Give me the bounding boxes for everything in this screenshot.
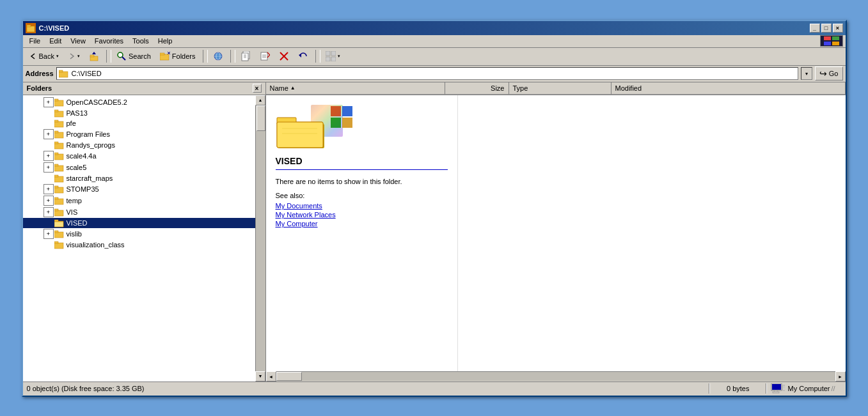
tree-item-opencascade[interactable]: + OpenCASCADE5.2 bbox=[23, 96, 255, 108]
expander-vis[interactable]: + bbox=[43, 207, 54, 217]
svg-rect-60 bbox=[54, 209, 58, 211]
tree-item-scale4[interactable]: + scale4.4a bbox=[23, 150, 255, 162]
separator-2 bbox=[203, 50, 203, 63]
tree-item-stomp35[interactable]: + STOMP35 bbox=[23, 183, 255, 195]
col-modified-button[interactable]: Modified bbox=[612, 82, 846, 95]
svg-rect-48 bbox=[54, 142, 58, 144]
svg-rect-8 bbox=[90, 55, 94, 57]
svg-rect-52 bbox=[54, 164, 58, 166]
minimize-button[interactable]: _ bbox=[810, 24, 820, 33]
address-bar: Address ▾ ↪ Go bbox=[23, 66, 846, 82]
svg-rect-40 bbox=[54, 99, 58, 101]
copy-button[interactable] bbox=[237, 49, 255, 63]
tree-label-randys: Randys_cprogs bbox=[67, 141, 118, 149]
tree-item-visualization[interactable]: visualization_class bbox=[23, 240, 255, 250]
scroll-h-thumb[interactable] bbox=[276, 372, 302, 381]
link-my-computer[interactable]: My Computer bbox=[276, 220, 448, 227]
svg-rect-37 bbox=[59, 72, 68, 77]
tree-item-pas13[interactable]: PAS13 bbox=[23, 108, 255, 118]
tree-item-vislib[interactable]: + vislib bbox=[23, 228, 255, 240]
menu-edit[interactable]: Edit bbox=[45, 36, 65, 46]
search-button[interactable]: Search bbox=[113, 49, 155, 63]
folders-close-button[interactable]: × bbox=[253, 84, 262, 93]
scroll-track[interactable] bbox=[256, 105, 265, 371]
tree-item-starcraft[interactable]: starcraft_maps bbox=[23, 173, 255, 183]
expander-vislib[interactable]: + bbox=[43, 229, 54, 239]
svg-rect-44 bbox=[54, 120, 58, 122]
col-name-button[interactable]: Name ▲ bbox=[266, 82, 445, 95]
svg-rect-1 bbox=[27, 25, 31, 27]
scroll-up-button[interactable]: ▲ bbox=[255, 95, 265, 105]
folder-icon-pfe bbox=[54, 119, 65, 128]
svg-rect-53 bbox=[54, 176, 63, 182]
scroll-right-button[interactable]: ► bbox=[835, 371, 846, 381]
restore-button[interactable]: □ bbox=[821, 24, 832, 33]
status-resize-grip[interactable]: // bbox=[832, 385, 842, 392]
scroll-left-button[interactable]: ◄ bbox=[266, 371, 276, 381]
status-size: 0 bytes bbox=[714, 385, 762, 392]
expander-programfiles[interactable]: + bbox=[43, 129, 54, 139]
views-button[interactable]: ▾ bbox=[322, 49, 344, 63]
scroll-thumb[interactable] bbox=[256, 105, 265, 131]
go-button[interactable]: ↪ Go bbox=[815, 66, 843, 81]
link-my-network-places[interactable]: My Network Places bbox=[276, 211, 448, 219]
expander-temp[interactable]: + bbox=[43, 196, 54, 206]
expander-opencascade[interactable]: + bbox=[43, 97, 54, 107]
separator-3b bbox=[235, 50, 235, 63]
main-content: VISED There are no items to show in this… bbox=[266, 95, 846, 371]
col-size-button[interactable]: Size bbox=[445, 82, 509, 95]
up-button[interactable] bbox=[85, 49, 103, 63]
tree-label-visualization: visualization_class bbox=[67, 241, 127, 249]
window-icon bbox=[26, 23, 36, 33]
back-button[interactable]: Back ▾ bbox=[26, 49, 63, 63]
menu-tools[interactable]: Tools bbox=[129, 36, 153, 46]
svg-rect-42 bbox=[54, 110, 58, 112]
tree-label-vised: VISED bbox=[67, 219, 90, 227]
title-bar: C:\VISED _ □ × bbox=[23, 21, 846, 35]
menu-favorites[interactable]: Favorites bbox=[91, 36, 127, 46]
tree-item-scale5[interactable]: + scale5 bbox=[23, 162, 255, 173]
svg-point-11 bbox=[118, 53, 122, 57]
globe-button[interactable] bbox=[209, 49, 227, 63]
svg-rect-36 bbox=[331, 57, 336, 61]
menu-file[interactable]: File bbox=[26, 36, 45, 46]
svg-rect-58 bbox=[54, 197, 58, 199]
folders-button[interactable]: Folders bbox=[156, 49, 200, 63]
scroll-down-button[interactable]: ▼ bbox=[255, 371, 265, 381]
col-type-button[interactable]: Type bbox=[509, 82, 612, 95]
tree-item-vised[interactable]: VISED bbox=[23, 218, 255, 228]
separator-1b bbox=[111, 50, 111, 63]
delete-button[interactable] bbox=[275, 49, 293, 63]
move-button[interactable] bbox=[256, 49, 274, 63]
folders-tree[interactable]: + OpenCASCADE5.2 PAS13 bbox=[23, 95, 255, 381]
svg-rect-71 bbox=[277, 122, 323, 148]
svg-rect-63 bbox=[54, 222, 63, 227]
close-button[interactable]: × bbox=[833, 24, 843, 33]
forward-button[interactable]: ▾ bbox=[64, 49, 84, 63]
undo-button[interactable] bbox=[294, 49, 312, 63]
status-computer: My Computer bbox=[771, 383, 830, 394]
address-dropdown-button[interactable]: ▾ bbox=[801, 67, 812, 80]
tree-item-temp[interactable]: + temp bbox=[23, 195, 255, 206]
address-text-input[interactable] bbox=[72, 70, 796, 77]
tree-item-vis[interactable]: + VIS bbox=[23, 206, 255, 218]
expander-stomp35[interactable]: + bbox=[43, 184, 54, 194]
svg-rect-35 bbox=[326, 57, 330, 61]
folder-icon-scale4 bbox=[54, 151, 65, 160]
tree-label-pas13: PAS13 bbox=[67, 109, 90, 117]
toolbar: Back ▾ ▾ Search bbox=[23, 48, 846, 66]
horizontal-scrollbar[interactable]: ◄ ► bbox=[266, 371, 846, 381]
folders-tree-container: + OpenCASCADE5.2 PAS13 bbox=[23, 95, 265, 381]
scroll-h-track[interactable] bbox=[276, 372, 835, 381]
expander-scale5[interactable]: + bbox=[43, 162, 54, 173]
expander-scale4[interactable]: + bbox=[43, 151, 54, 161]
folders-scrollbar[interactable]: ▲ ▼ bbox=[255, 95, 265, 381]
main-panel: Name ▲ Size Type Modified bbox=[266, 82, 846, 381]
tree-item-randys[interactable]: Randys_cprogs bbox=[23, 140, 255, 150]
tree-item-programfiles[interactable]: + Program Files bbox=[23, 128, 255, 140]
link-my-documents[interactable]: My Documents bbox=[276, 202, 448, 210]
menu-help[interactable]: Help bbox=[154, 36, 177, 46]
tree-item-pfe[interactable]: pfe bbox=[23, 118, 255, 128]
svg-rect-64 bbox=[54, 232, 63, 238]
menu-view[interactable]: View bbox=[67, 36, 90, 46]
